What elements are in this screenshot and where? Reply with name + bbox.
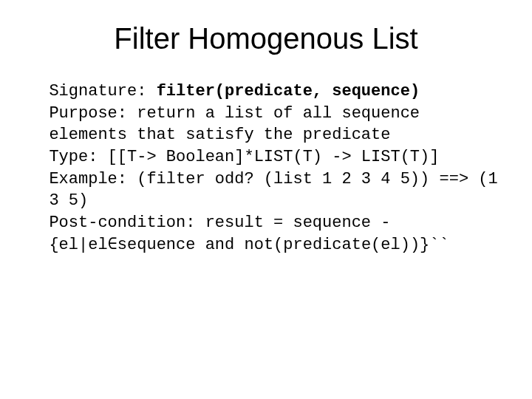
- slide: Filter Homogenous List Signature: filter…: [0, 0, 532, 399]
- line-purpose: Purpose: return a list of all sequence e…: [30, 103, 502, 146]
- line-type: Type: [[T-> Boolean]*LIST(T) -> LIST(T)]: [30, 146, 502, 168]
- line-postcondition: Post-condition: result = sequence - {el|…: [30, 212, 502, 256]
- line-example: Example: (filter odd? (list 1 2 3 4 5)) …: [30, 168, 502, 212]
- slide-body: Signature: filter(predicate, sequence) P…: [30, 81, 502, 256]
- line-signature: Signature: filter(predicate, sequence): [30, 81, 502, 103]
- signature-label: Signature:: [49, 82, 156, 100]
- signature-value: filter(predicate, sequence): [157, 82, 420, 100]
- slide-title: Filter Homogenous List: [30, 22, 502, 55]
